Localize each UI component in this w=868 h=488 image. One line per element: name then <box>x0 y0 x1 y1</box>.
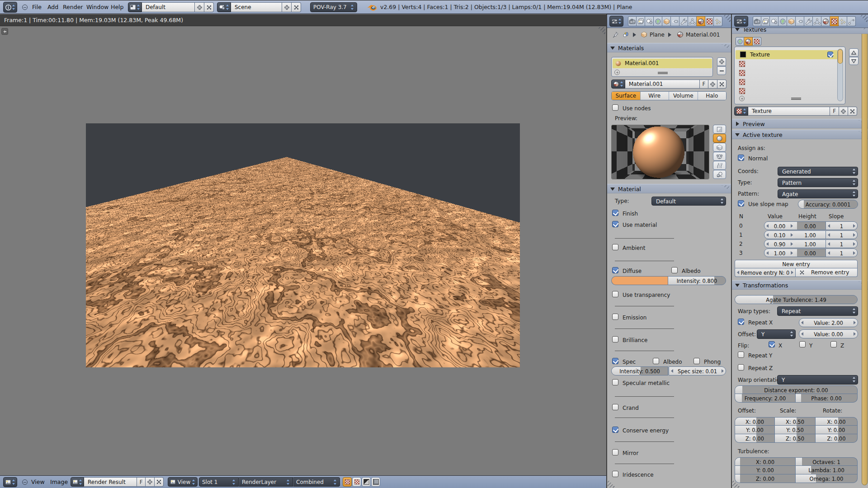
editor-corner-widget[interactable] <box>608 479 616 488</box>
slope-height-slider-0[interactable]: 0.00 <box>795 221 826 230</box>
turbulence-x-slider[interactable]: X: 0.00 <box>735 457 796 466</box>
list-resize-grip[interactable] <box>791 98 801 100</box>
decrease-arrow-icon[interactable] <box>671 369 673 373</box>
ambient-checkbox[interactable] <box>612 244 618 250</box>
turbulence-z-slider[interactable]: Z: 0.00 <box>735 474 796 483</box>
finish-checkbox[interactable] <box>612 210 618 216</box>
increase-arrow-icon[interactable] <box>791 224 793 228</box>
scene-delete-button[interactable] <box>292 2 301 12</box>
material-browse-button[interactable] <box>611 80 625 89</box>
slot-dropdown[interactable]: Slot 1 <box>199 477 239 487</box>
tab-texture[interactable] <box>830 16 839 26</box>
editor-corner-widget[interactable] <box>597 27 605 35</box>
tab-physics[interactable] <box>847 16 856 26</box>
turbulence-y-slider[interactable]: Y: 0.00 <box>735 466 796 474</box>
tab-constraints[interactable] <box>796 16 804 26</box>
rotate-y-slider[interactable]: Y: 0.00 <box>816 426 858 434</box>
preview-sphere-button[interactable] <box>713 134 726 143</box>
slope-slope-field-2[interactable]: 1 <box>826 239 858 248</box>
tab-material[interactable] <box>821 16 830 26</box>
preview-sky-button[interactable] <box>713 170 726 179</box>
remove-material-slot-button[interactable] <box>717 66 726 75</box>
use-transparency-checkbox[interactable] <box>612 291 618 297</box>
scene-name-field[interactable]: Scene <box>231 2 282 12</box>
increase-arrow-icon[interactable] <box>791 242 793 246</box>
menu-view[interactable]: View <box>31 479 45 485</box>
diffuse-albedo-checkbox[interactable] <box>671 267 678 273</box>
decrease-arrow-icon[interactable] <box>828 233 830 237</box>
menu-add[interactable]: Add <box>47 4 58 10</box>
scale-y-slider[interactable]: Y: 0.50 <box>775 426 816 434</box>
tab-object[interactable] <box>787 16 796 26</box>
warp-types-dropdown[interactable]: Repeat <box>777 306 858 316</box>
rotate-x-slider[interactable]: X: 0.00 <box>816 417 858 426</box>
spec-checkbox[interactable] <box>612 358 618 364</box>
image-browse-button[interactable] <box>71 477 84 487</box>
increase-arrow-icon[interactable] <box>853 224 855 228</box>
spec-albedo-checkbox[interactable] <box>653 358 659 364</box>
increase-arrow-icon[interactable] <box>791 233 793 237</box>
slope-value-field-2[interactable]: 0.90 <box>764 239 795 248</box>
list-add-icon[interactable] <box>739 96 745 101</box>
tab-particles[interactable] <box>714 16 722 26</box>
offset-axis-dropdown[interactable]: Y <box>757 329 796 339</box>
draw-color-button[interactable] <box>352 477 361 487</box>
pin-icon[interactable] <box>612 31 619 38</box>
tab-surface[interactable]: Surface <box>612 92 640 100</box>
slope-value-field-0[interactable]: 0.00 <box>764 221 795 230</box>
list-add-icon[interactable] <box>614 70 620 75</box>
flip-z-checkbox[interactable] <box>830 341 837 347</box>
screen-layout-add-button[interactable] <box>195 2 204 12</box>
tab-texture[interactable] <box>705 16 714 26</box>
omega-slider[interactable]: Omega: 1.00 <box>796 474 858 483</box>
texture-context-material-button[interactable] <box>744 37 753 46</box>
texture-add-button[interactable] <box>839 107 848 116</box>
editor-type-button-image[interactable] <box>3 477 17 487</box>
preview-panel-header[interactable]: Preview <box>732 119 868 128</box>
add-material-slot-button[interactable] <box>717 57 726 66</box>
offset-value-field[interactable]: Value: 0.00 <box>799 329 858 338</box>
scale-z-slider[interactable]: Z: 0.50 <box>775 434 816 443</box>
region-expand-button[interactable] <box>1 28 8 35</box>
decrease-arrow-icon[interactable] <box>801 321 803 324</box>
material-panel-header[interactable]: Material <box>607 184 731 193</box>
increase-arrow-icon[interactable] <box>854 332 856 336</box>
texture-slot-item[interactable]: Texture <box>736 50 839 59</box>
fake-user-button[interactable]: F <box>830 107 839 116</box>
list-scrollbar[interactable] <box>837 49 843 101</box>
editor-type-button-properties[interactable] <box>609 16 623 27</box>
menu-file[interactable]: File <box>32 4 42 10</box>
list-resize-grip[interactable] <box>658 72 668 74</box>
diffuse-checkbox[interactable] <box>612 267 618 273</box>
flip-x-checkbox[interactable] <box>769 341 775 347</box>
accuracy-field[interactable]: Accuracy: 0.0001 <box>798 200 858 209</box>
render-pass-dropdown[interactable]: Combined <box>293 477 340 487</box>
tab-modifiers[interactable] <box>804 16 813 26</box>
scale-x-slider[interactable]: X: 0.50 <box>775 417 816 426</box>
material-unlink-button[interactable] <box>717 80 726 89</box>
image-add-button[interactable] <box>146 477 155 487</box>
image-name-field[interactable]: Render Result <box>84 477 137 487</box>
tab-scene[interactable] <box>770 16 778 26</box>
repeat-y-checkbox[interactable] <box>738 352 744 358</box>
agate-turbulence-slider[interactable]: Agate Turbulence: 1.49 <box>735 295 858 304</box>
remove-entry-n-field[interactable]: Remove entry N: 0 <box>735 268 796 277</box>
tab-render[interactable] <box>628 16 637 26</box>
screen-layout-name-field[interactable]: Default <box>142 2 195 12</box>
increase-arrow-icon[interactable] <box>854 321 856 324</box>
repeat-z-checkbox[interactable] <box>738 364 744 371</box>
texture-unlink-button[interactable] <box>848 107 857 116</box>
tab-object-data[interactable] <box>813 16 821 26</box>
tab-constraints[interactable] <box>671 16 679 26</box>
increase-arrow-icon[interactable] <box>722 369 724 373</box>
image-unlink-button[interactable] <box>155 477 164 487</box>
tab-object-data[interactable] <box>688 16 697 26</box>
crand-checkbox[interactable] <box>612 404 618 410</box>
preview-monkey-button[interactable] <box>713 152 726 161</box>
draw-z-button[interactable] <box>371 477 380 487</box>
diffuse-color-swatch[interactable] <box>611 276 668 285</box>
offset-z-slider[interactable]: Z: 0.00 <box>735 434 775 443</box>
type-dropdown[interactable]: Pattern <box>778 178 858 187</box>
repeat-x-value-field[interactable]: Value: 2.00 <box>799 318 858 327</box>
texture-context-other-button[interactable] <box>753 37 761 46</box>
